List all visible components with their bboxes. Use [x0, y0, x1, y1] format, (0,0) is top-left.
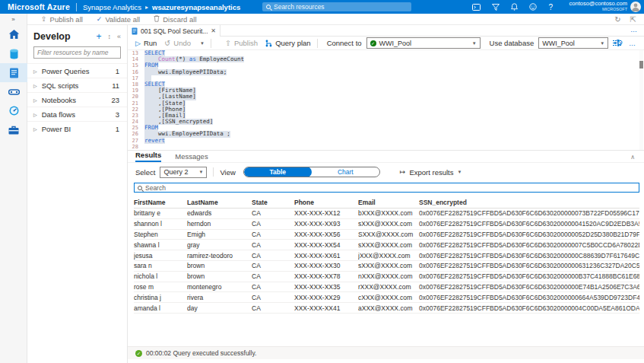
results-search-input[interactable] — [145, 184, 636, 192]
nav-data-button[interactable] — [0, 44, 27, 63]
column-header[interactable]: State — [252, 199, 294, 206]
toolbar-more-icon[interactable]: … — [629, 40, 636, 47]
code-text: revert — [144, 138, 165, 144]
run-play-icon: ▷ — [135, 40, 141, 47]
publish-icon: ⇪ — [225, 39, 231, 47]
collapse-panel-icon[interactable]: « — [117, 33, 121, 40]
query-select[interactable]: Query 2 ▼ — [160, 167, 207, 178]
expand-all-icon[interactable]: ↕ — [107, 33, 111, 40]
results-search[interactable] — [134, 183, 639, 193]
validate-all-button[interactable]: ✓ Validate all — [97, 15, 140, 24]
breadcrumb-product[interactable]: Synapse Analytics — [83, 3, 141, 11]
refresh-icon[interactable]: ↻ — [614, 15, 620, 24]
develop-tree-item[interactable]: ▷Data flows3 — [27, 107, 127, 121]
column-header[interactable]: LastName — [187, 199, 252, 206]
develop-tree-item[interactable]: ▷Notebooks23 — [27, 92, 127, 107]
connect-to-select[interactable]: ✓ WWI_Pool ▼ — [366, 37, 481, 49]
develop-tree-item[interactable]: ▷SQL scripts11 — [27, 78, 127, 92]
nav-monitor-button[interactable] — [0, 101, 27, 120]
column-header[interactable]: Email — [358, 199, 419, 206]
code-line[interactable]: 14 Count(*) as EmployeeCount — [128, 56, 644, 62]
directory-filter-icon[interactable] — [492, 4, 500, 11]
resource-filter[interactable] — [33, 46, 121, 59]
nav-home-button[interactable] — [0, 25, 27, 44]
publish-all-button[interactable]: ⇪ Publish all — [41, 15, 83, 24]
table-row[interactable]: nichola lbrownCAXXX-XXX-XX78nXXX@XXXX.co… — [134, 272, 639, 282]
code-line[interactable]: 26 wwi.EmployeePIIData ; — [128, 131, 644, 137]
avatar[interactable] — [630, 2, 641, 12]
tab-messages[interactable]: Messages — [175, 152, 208, 162]
table-row[interactable]: sara nbrownCAXXX-XXX-XX30sXXX@XXXX.com0x… — [134, 261, 639, 272]
code-line[interactable]: 16 wwi.EmployeePIIData; — [128, 69, 644, 75]
expand-chevron-icon[interactable]: ▷ — [33, 83, 37, 88]
line-number: 24 — [128, 119, 144, 125]
column-header[interactable]: Phone — [294, 199, 358, 206]
breadcrumb-workspace[interactable]: wsazuresynapseanalytics — [152, 3, 240, 11]
table-cell: nichola l — [134, 272, 187, 280]
run-button[interactable]: ▷ Run — [135, 39, 157, 47]
nav-manage-button[interactable] — [0, 120, 27, 139]
develop-tree-item[interactable]: ▷Power BI1 — [27, 121, 127, 135]
sql-script-tab[interactable]: 001 SQL Pool Securit... ✕ — [128, 25, 220, 37]
discard-all-button[interactable]: Discard all — [154, 15, 196, 24]
view-table-toggle[interactable]: Table — [244, 167, 312, 177]
global-search-input[interactable] — [274, 3, 408, 11]
code-line[interactable]: 17 — [128, 75, 644, 81]
table-row[interactable]: brittany eedwardsCAXXX-XXX-XX12bXXX@XXXX… — [134, 209, 639, 219]
notifications-bell-icon[interactable] — [511, 3, 518, 11]
expand-chevron-icon[interactable]: ▷ — [33, 68, 37, 74]
feedback-smiley-icon[interactable] — [529, 3, 537, 11]
code-line[interactable]: 21 ,[State] — [128, 100, 644, 107]
table-row[interactable]: StephenEmighCAXXX-XXX-XX56SXXX@XXXX.com0… — [134, 230, 639, 240]
expand-rail-button[interactable]: » — [0, 14, 27, 25]
global-search[interactable] — [262, 2, 411, 11]
code-line[interactable]: 20 ,[LastName] — [128, 94, 644, 100]
use-database-select[interactable]: WWI_Pool ▼ — [538, 37, 608, 49]
table-cell: CA — [252, 220, 294, 228]
nav-integrate-button[interactable] — [0, 82, 27, 101]
column-header[interactable]: FirstName — [134, 199, 187, 206]
add-resource-button[interactable]: + — [96, 31, 101, 42]
close-tab-icon[interactable]: ✕ — [211, 27, 216, 34]
undo-dropdown-button[interactable]: ▼ — [198, 41, 205, 46]
table-row[interactable]: christina jriveraCAXXX-XXX-XX29cXXX@XXXX… — [134, 292, 639, 303]
account-info[interactable]: contoso@contoso.com MICROSOFT — [569, 1, 627, 11]
code-line[interactable]: 18SELECT — [128, 81, 644, 88]
code-line[interactable]: 27revert — [128, 138, 644, 144]
help-icon[interactable]: ? — [548, 3, 553, 11]
tabbar-more-icon[interactable]: … — [630, 26, 638, 33]
column-header[interactable]: SSN_encrypted — [419, 199, 639, 206]
code-line[interactable]: 22 ,[Phone] — [128, 107, 644, 113]
cloud-shell-icon[interactable] — [472, 4, 481, 11]
table-cell: brown — [187, 262, 252, 269]
settings-sliders-icon[interactable] — [613, 40, 621, 46]
view-chart-toggle[interactable]: Chart — [312, 167, 379, 177]
table-row[interactable]: jesusaramirez-teodoroCAXXX-XXX-XX61jXXX@… — [134, 250, 639, 261]
tab-results[interactable]: Results — [135, 151, 161, 162]
topbar-divider — [76, 3, 77, 11]
code-line[interactable]: 24 ,[SSN_encrypted] — [128, 119, 644, 125]
sql-code-editor[interactable]: 13SELECT14 Count(*) as EmployeeCount15FR… — [128, 50, 644, 150]
code-line[interactable]: 28 — [128, 144, 644, 150]
undo-button[interactable]: ↺ Undo — [164, 39, 191, 47]
editor-scrollbar[interactable] — [639, 50, 643, 150]
export-results-button[interactable]: ↦ Export results ▼ — [400, 168, 462, 177]
scrollbar-thumb[interactable] — [639, 61, 643, 68]
table-row[interactable]: amanda ldayCAXXX-XXX-XX41aXXX@XXXX.com0x… — [134, 303, 639, 314]
collapse-results-icon[interactable]: ∧ — [630, 154, 635, 161]
table-row[interactable]: shannon lherndonCAXXX-XXX-XX93sXXX@XXXX.… — [134, 219, 639, 230]
develop-tree-item[interactable]: ▷Power Queries1 — [27, 63, 127, 78]
code-line[interactable]: 19 [FirstName] — [128, 88, 644, 94]
expand-chevron-icon[interactable]: ▷ — [33, 126, 37, 132]
table-row[interactable]: shawna lgrayCAXXX-XXX-XX54sXXX@XXXX.com0… — [134, 240, 639, 250]
azure-brand[interactable]: Microsoft Azure — [8, 2, 70, 11]
table-cell: CA — [252, 272, 294, 280]
expand-chevron-icon[interactable]: ▷ — [33, 112, 37, 117]
resize-panel-icon[interactable]: ⇱ — [630, 15, 636, 24]
publish-button[interactable]: ⇪ Publish — [225, 39, 258, 47]
nav-develop-button[interactable] — [0, 63, 27, 82]
table-row[interactable]: rose mmontenegroCAXXX-XXX-XX35rXXX@XXXX.… — [134, 282, 639, 293]
expand-chevron-icon[interactable]: ▷ — [33, 97, 37, 103]
query-plan-button[interactable]: Query plan — [265, 39, 310, 47]
resource-filter-input[interactable] — [37, 49, 117, 56]
